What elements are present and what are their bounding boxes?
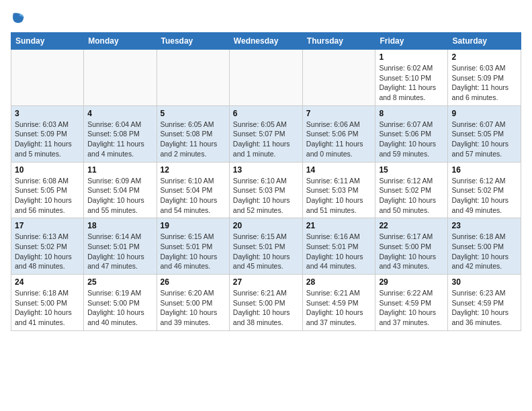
calendar-cell: 20Sunrise: 6:15 AM Sunset: 5:01 PM Dayli… [229,218,302,275]
day-number: 18 [87,221,152,230]
calendar-week-4: 17Sunrise: 6:13 AM Sunset: 5:02 PM Dayli… [11,218,521,275]
day-detail: Sunrise: 6:02 AM Sunset: 5:10 PM Dayligh… [379,63,444,103]
calendar-header-tuesday: Tuesday [157,33,229,50]
calendar-header-thursday: Thursday [302,33,375,50]
calendar-cell: 15Sunrise: 6:12 AM Sunset: 5:02 PM Dayli… [375,162,448,218]
logo [11,11,27,26]
day-detail: Sunrise: 6:12 AM Sunset: 5:02 PM Dayligh… [451,176,517,216]
calendar-cell: 25Sunrise: 6:19 AM Sunset: 5:00 PM Dayli… [84,275,157,331]
day-number: 16 [451,165,517,175]
calendar-cell: 23Sunrise: 6:18 AM Sunset: 5:00 PM Dayli… [448,218,521,275]
calendar-cell: 29Sunrise: 6:22 AM Sunset: 4:59 PM Dayli… [375,275,448,331]
day-detail: Sunrise: 6:03 AM Sunset: 5:09 PM Dayligh… [15,120,80,159]
calendar-cell: 3Sunrise: 6:03 AM Sunset: 5:09 PM Daylig… [11,105,84,162]
logo-icon [11,11,26,26]
calendar-header-row: SundayMondayTuesdayWednesdayThursdayFrid… [11,33,521,50]
day-detail: Sunrise: 6:03 AM Sunset: 5:09 PM Dayligh… [451,63,517,103]
calendar-cell: 28Sunrise: 6:21 AM Sunset: 4:59 PM Dayli… [302,275,375,331]
calendar-week-5: 24Sunrise: 6:18 AM Sunset: 5:00 PM Dayli… [11,275,521,331]
day-detail: Sunrise: 6:08 AM Sunset: 5:05 PM Dayligh… [15,176,80,216]
calendar-week-3: 10Sunrise: 6:08 AM Sunset: 5:05 PM Dayli… [11,162,521,218]
calendar-cell [229,50,302,106]
calendar-cell: 11Sunrise: 6:09 AM Sunset: 5:04 PM Dayli… [84,162,157,218]
day-number: 29 [379,277,444,287]
day-detail: Sunrise: 6:15 AM Sunset: 5:01 PM Dayligh… [233,232,299,271]
calendar-cell: 10Sunrise: 6:08 AM Sunset: 5:05 PM Dayli… [11,162,84,218]
calendar-cell: 5Sunrise: 6:05 AM Sunset: 5:08 PM Daylig… [157,105,229,162]
calendar-cell: 30Sunrise: 6:23 AM Sunset: 4:59 PM Dayli… [448,275,521,331]
day-number: 21 [306,221,372,230]
calendar-header-saturday: Saturday [448,33,521,50]
day-detail: Sunrise: 6:09 AM Sunset: 5:04 PM Dayligh… [87,176,152,216]
day-detail: Sunrise: 6:04 AM Sunset: 5:08 PM Dayligh… [87,120,152,159]
calendar-cell: 17Sunrise: 6:13 AM Sunset: 5:02 PM Dayli… [11,218,84,275]
day-detail: Sunrise: 6:15 AM Sunset: 5:01 PM Dayligh… [161,232,226,271]
calendar-cell: 2Sunrise: 6:03 AM Sunset: 5:09 PM Daylig… [448,50,521,106]
day-number: 2 [451,52,517,62]
day-number: 27 [233,277,299,287]
day-detail: Sunrise: 6:10 AM Sunset: 5:04 PM Dayligh… [161,176,226,216]
day-detail: Sunrise: 6:19 AM Sunset: 5:00 PM Dayligh… [87,288,152,328]
calendar-cell: 7Sunrise: 6:06 AM Sunset: 5:06 PM Daylig… [302,105,375,162]
day-number: 7 [306,109,372,118]
day-number: 13 [233,165,299,175]
day-number: 12 [161,165,226,175]
calendar-cell: 21Sunrise: 6:16 AM Sunset: 5:01 PM Dayli… [302,218,375,275]
calendar-cell: 1Sunrise: 6:02 AM Sunset: 5:10 PM Daylig… [375,50,448,106]
day-number: 6 [233,109,299,118]
day-detail: Sunrise: 6:05 AM Sunset: 5:08 PM Dayligh… [161,120,226,159]
calendar-cell: 16Sunrise: 6:12 AM Sunset: 5:02 PM Dayli… [448,162,521,218]
day-number: 25 [87,277,152,287]
day-detail: Sunrise: 6:18 AM Sunset: 5:00 PM Dayligh… [451,232,517,271]
day-number: 24 [15,277,80,287]
day-number: 4 [87,109,152,118]
day-number: 1 [379,52,444,62]
calendar-cell: 22Sunrise: 6:17 AM Sunset: 5:00 PM Dayli… [375,218,448,275]
day-detail: Sunrise: 6:16 AM Sunset: 5:01 PM Dayligh… [306,232,372,271]
day-detail: Sunrise: 6:10 AM Sunset: 5:03 PM Dayligh… [233,176,299,216]
day-detail: Sunrise: 6:07 AM Sunset: 5:06 PM Dayligh… [379,120,444,159]
day-number: 19 [161,221,226,230]
calendar-cell: 12Sunrise: 6:10 AM Sunset: 5:04 PM Dayli… [157,162,229,218]
calendar-cell: 9Sunrise: 6:07 AM Sunset: 5:05 PM Daylig… [448,105,521,162]
calendar-cell [157,50,229,106]
calendar-cell: 8Sunrise: 6:07 AM Sunset: 5:06 PM Daylig… [375,105,448,162]
day-detail: Sunrise: 6:14 AM Sunset: 5:01 PM Dayligh… [87,232,152,271]
day-number: 20 [233,221,299,230]
day-detail: Sunrise: 6:07 AM Sunset: 5:05 PM Dayligh… [451,120,517,159]
day-number: 23 [451,221,517,230]
day-detail: Sunrise: 6:18 AM Sunset: 5:00 PM Dayligh… [15,288,80,328]
day-number: 11 [87,165,152,175]
day-number: 14 [306,165,372,175]
day-detail: Sunrise: 6:22 AM Sunset: 4:59 PM Dayligh… [379,288,444,328]
page: SundayMondayTuesdayWednesdayThursdayFrid… [0,0,532,338]
calendar-cell: 24Sunrise: 6:18 AM Sunset: 5:00 PM Dayli… [11,275,84,331]
calendar-week-1: 1Sunrise: 6:02 AM Sunset: 5:10 PM Daylig… [11,50,521,106]
day-detail: Sunrise: 6:12 AM Sunset: 5:02 PM Dayligh… [379,176,444,216]
day-detail: Sunrise: 6:20 AM Sunset: 5:00 PM Dayligh… [161,288,226,328]
calendar-cell: 26Sunrise: 6:20 AM Sunset: 5:00 PM Dayli… [157,275,229,331]
calendar-cell: 13Sunrise: 6:10 AM Sunset: 5:03 PM Dayli… [229,162,302,218]
calendar-cell: 6Sunrise: 6:05 AM Sunset: 5:07 PM Daylig… [229,105,302,162]
day-number: 26 [161,277,226,287]
day-number: 28 [306,277,372,287]
calendar-header-sunday: Sunday [11,33,84,50]
calendar-header-monday: Monday [84,33,157,50]
day-number: 3 [15,109,80,118]
day-detail: Sunrise: 6:21 AM Sunset: 5:00 PM Dayligh… [233,288,299,328]
day-detail: Sunrise: 6:06 AM Sunset: 5:06 PM Dayligh… [306,120,372,159]
day-number: 22 [379,221,444,230]
day-number: 17 [15,221,80,230]
calendar-cell: 19Sunrise: 6:15 AM Sunset: 5:01 PM Dayli… [157,218,229,275]
calendar-cell [11,50,84,106]
calendar-header-wednesday: Wednesday [229,33,302,50]
calendar-cell: 4Sunrise: 6:04 AM Sunset: 5:08 PM Daylig… [84,105,157,162]
day-number: 5 [161,109,226,118]
calendar-cell [302,50,375,106]
day-detail: Sunrise: 6:17 AM Sunset: 5:00 PM Dayligh… [379,232,444,271]
day-detail: Sunrise: 6:05 AM Sunset: 5:07 PM Dayligh… [233,120,299,159]
calendar-cell: 27Sunrise: 6:21 AM Sunset: 5:00 PM Dayli… [229,275,302,331]
day-detail: Sunrise: 6:23 AM Sunset: 4:59 PM Dayligh… [451,288,517,328]
day-number: 9 [451,109,517,118]
day-detail: Sunrise: 6:21 AM Sunset: 4:59 PM Dayligh… [306,288,372,328]
